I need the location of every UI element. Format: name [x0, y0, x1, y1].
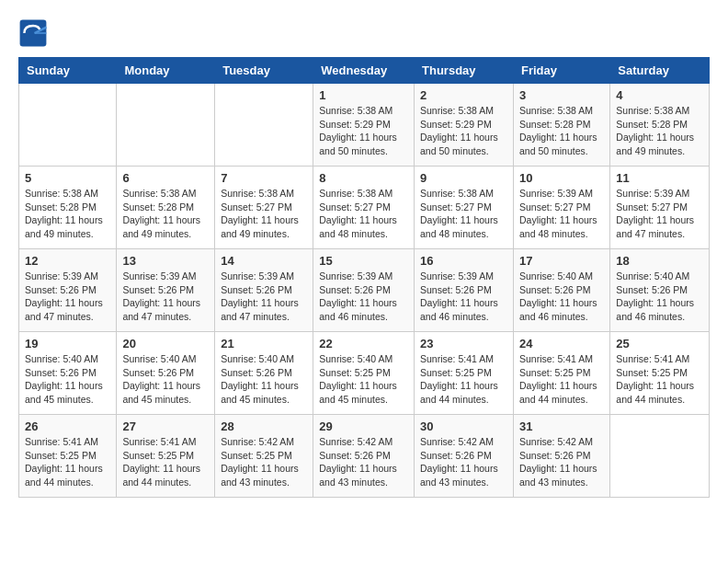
- day-number: 15: [319, 254, 408, 268]
- calendar-cell: 1Sunrise: 5:38 AMSunset: 5:29 PMDaylight…: [313, 84, 415, 167]
- header-day-friday: Friday: [513, 58, 609, 84]
- day-info: Sunrise: 5:39 AMSunset: 5:26 PMDaylight:…: [25, 270, 110, 324]
- day-number: 10: [519, 171, 604, 185]
- day-info: Sunrise: 5:41 AMSunset: 5:25 PMDaylight:…: [519, 352, 604, 407]
- calendar: SundayMondayTuesdayWednesdayThursdayFrid…: [18, 57, 710, 498]
- day-info: Sunrise: 5:38 AMSunset: 5:28 PMDaylight:…: [519, 104, 604, 158]
- day-number: 14: [221, 254, 307, 268]
- calendar-cell: 19Sunrise: 5:40 AMSunset: 5:26 PMDayligh…: [19, 332, 117, 415]
- week-row-2: 5Sunrise: 5:38 AMSunset: 5:28 PMDaylight…: [19, 167, 710, 249]
- logo: [18, 18, 51, 48]
- day-info: Sunrise: 5:38 AMSunset: 5:27 PMDaylight:…: [319, 187, 408, 241]
- calendar-cell: 11Sunrise: 5:39 AMSunset: 5:27 PMDayligh…: [610, 167, 710, 249]
- day-number: 7: [221, 171, 307, 185]
- calendar-cell: 6Sunrise: 5:38 AMSunset: 5:28 PMDaylight…: [117, 167, 215, 249]
- calendar-cell: 5Sunrise: 5:38 AMSunset: 5:28 PMDaylight…: [19, 167, 117, 249]
- day-number: 24: [519, 337, 604, 350]
- calendar-cell: 28Sunrise: 5:42 AMSunset: 5:25 PMDayligh…: [215, 415, 313, 498]
- day-info: Sunrise: 5:39 AMSunset: 5:27 PMDaylight:…: [616, 187, 703, 241]
- day-info: Sunrise: 5:38 AMSunset: 5:27 PMDaylight:…: [420, 187, 507, 241]
- day-info: Sunrise: 5:41 AMSunset: 5:25 PMDaylight:…: [25, 435, 110, 489]
- calendar-cell: 27Sunrise: 5:41 AMSunset: 5:25 PMDayligh…: [117, 415, 215, 498]
- day-number: 17: [519, 254, 604, 268]
- day-info: Sunrise: 5:38 AMSunset: 5:29 PMDaylight:…: [420, 104, 507, 158]
- calendar-cell: 15Sunrise: 5:39 AMSunset: 5:26 PMDayligh…: [313, 249, 415, 332]
- day-number: 12: [25, 254, 110, 268]
- day-info: Sunrise: 5:42 AMSunset: 5:26 PMDaylight:…: [420, 435, 507, 489]
- day-number: 2: [420, 88, 507, 102]
- calendar-cell: [610, 415, 710, 498]
- week-row-1: 1Sunrise: 5:38 AMSunset: 5:29 PMDaylight…: [19, 84, 710, 167]
- calendar-cell: [117, 84, 215, 167]
- calendar-cell: 13Sunrise: 5:39 AMSunset: 5:26 PMDayligh…: [117, 249, 215, 332]
- calendar-cell: 25Sunrise: 5:41 AMSunset: 5:25 PMDayligh…: [610, 332, 710, 415]
- day-info: Sunrise: 5:38 AMSunset: 5:29 PMDaylight:…: [319, 104, 408, 158]
- day-info: Sunrise: 5:40 AMSunset: 5:26 PMDaylight:…: [616, 270, 703, 324]
- day-info: Sunrise: 5:42 AMSunset: 5:26 PMDaylight:…: [519, 435, 604, 489]
- day-info: Sunrise: 5:40 AMSunset: 5:26 PMDaylight:…: [122, 352, 209, 407]
- calendar-cell: 3Sunrise: 5:38 AMSunset: 5:28 PMDaylight…: [513, 84, 609, 167]
- day-info: Sunrise: 5:39 AMSunset: 5:27 PMDaylight:…: [519, 187, 604, 241]
- day-info: Sunrise: 5:40 AMSunset: 5:26 PMDaylight:…: [25, 352, 110, 407]
- calendar-cell: 17Sunrise: 5:40 AMSunset: 5:26 PMDayligh…: [513, 249, 609, 332]
- day-number: 18: [616, 254, 703, 268]
- calendar-cell: 22Sunrise: 5:40 AMSunset: 5:25 PMDayligh…: [313, 332, 415, 415]
- day-number: 3: [519, 88, 604, 102]
- header-day-tuesday: Tuesday: [215, 58, 313, 84]
- header-day-saturday: Saturday: [610, 58, 710, 84]
- day-number: 11: [616, 171, 703, 185]
- day-info: Sunrise: 5:39 AMSunset: 5:26 PMDaylight:…: [221, 270, 307, 324]
- calendar-cell: 12Sunrise: 5:39 AMSunset: 5:26 PMDayligh…: [19, 249, 117, 332]
- header: [18, 18, 710, 48]
- calendar-cell: 14Sunrise: 5:39 AMSunset: 5:26 PMDayligh…: [215, 249, 313, 332]
- header-day-wednesday: Wednesday: [313, 58, 415, 84]
- day-number: 31: [519, 419, 604, 433]
- calendar-cell: 4Sunrise: 5:38 AMSunset: 5:28 PMDaylight…: [610, 84, 710, 167]
- day-number: 8: [319, 171, 408, 185]
- day-info: Sunrise: 5:41 AMSunset: 5:25 PMDaylight:…: [420, 352, 507, 407]
- day-info: Sunrise: 5:40 AMSunset: 5:25 PMDaylight:…: [319, 352, 408, 407]
- calendar-header-row: SundayMondayTuesdayWednesdayThursdayFrid…: [19, 58, 710, 84]
- header-day-thursday: Thursday: [415, 58, 514, 84]
- calendar-cell: 2Sunrise: 5:38 AMSunset: 5:29 PMDaylight…: [415, 84, 514, 167]
- day-info: Sunrise: 5:38 AMSunset: 5:28 PMDaylight:…: [25, 187, 110, 241]
- calendar-cell: 18Sunrise: 5:40 AMSunset: 5:26 PMDayligh…: [610, 249, 710, 332]
- day-info: Sunrise: 5:39 AMSunset: 5:26 PMDaylight:…: [319, 270, 408, 324]
- day-info: Sunrise: 5:39 AMSunset: 5:26 PMDaylight:…: [420, 270, 507, 324]
- day-number: 25: [616, 337, 703, 350]
- day-number: 6: [122, 171, 209, 185]
- calendar-cell: 10Sunrise: 5:39 AMSunset: 5:27 PMDayligh…: [513, 167, 609, 249]
- day-info: Sunrise: 5:38 AMSunset: 5:28 PMDaylight:…: [616, 104, 703, 158]
- day-info: Sunrise: 5:38 AMSunset: 5:27 PMDaylight:…: [221, 187, 307, 241]
- day-number: 30: [420, 419, 507, 433]
- calendar-cell: 20Sunrise: 5:40 AMSunset: 5:26 PMDayligh…: [117, 332, 215, 415]
- day-info: Sunrise: 5:40 AMSunset: 5:26 PMDaylight:…: [519, 270, 604, 324]
- logo-icon: [18, 18, 48, 48]
- day-number: 23: [420, 337, 507, 350]
- day-number: 26: [25, 419, 110, 433]
- header-day-sunday: Sunday: [19, 58, 117, 84]
- calendar-cell: [19, 84, 117, 167]
- day-info: Sunrise: 5:40 AMSunset: 5:26 PMDaylight:…: [221, 352, 307, 407]
- header-day-monday: Monday: [117, 58, 215, 84]
- day-info: Sunrise: 5:41 AMSunset: 5:25 PMDaylight:…: [122, 435, 209, 489]
- day-number: 13: [122, 254, 209, 268]
- calendar-cell: 9Sunrise: 5:38 AMSunset: 5:27 PMDaylight…: [415, 167, 514, 249]
- calendar-cell: 21Sunrise: 5:40 AMSunset: 5:26 PMDayligh…: [215, 332, 313, 415]
- calendar-cell: 30Sunrise: 5:42 AMSunset: 5:26 PMDayligh…: [415, 415, 514, 498]
- day-number: 5: [25, 171, 110, 185]
- day-number: 28: [221, 419, 307, 433]
- day-info: Sunrise: 5:38 AMSunset: 5:28 PMDaylight:…: [122, 187, 209, 241]
- calendar-cell: 8Sunrise: 5:38 AMSunset: 5:27 PMDaylight…: [313, 167, 415, 249]
- calendar-cell: 31Sunrise: 5:42 AMSunset: 5:26 PMDayligh…: [513, 415, 609, 498]
- calendar-cell: 29Sunrise: 5:42 AMSunset: 5:26 PMDayligh…: [313, 415, 415, 498]
- day-info: Sunrise: 5:42 AMSunset: 5:26 PMDaylight:…: [319, 435, 408, 489]
- day-info: Sunrise: 5:42 AMSunset: 5:25 PMDaylight:…: [221, 435, 307, 489]
- calendar-cell: [215, 84, 313, 167]
- day-info: Sunrise: 5:39 AMSunset: 5:26 PMDaylight:…: [122, 270, 209, 324]
- calendar-cell: 23Sunrise: 5:41 AMSunset: 5:25 PMDayligh…: [415, 332, 514, 415]
- day-number: 21: [221, 337, 307, 350]
- day-number: 27: [122, 419, 209, 433]
- day-number: 22: [319, 337, 408, 350]
- week-row-3: 12Sunrise: 5:39 AMSunset: 5:26 PMDayligh…: [19, 249, 710, 332]
